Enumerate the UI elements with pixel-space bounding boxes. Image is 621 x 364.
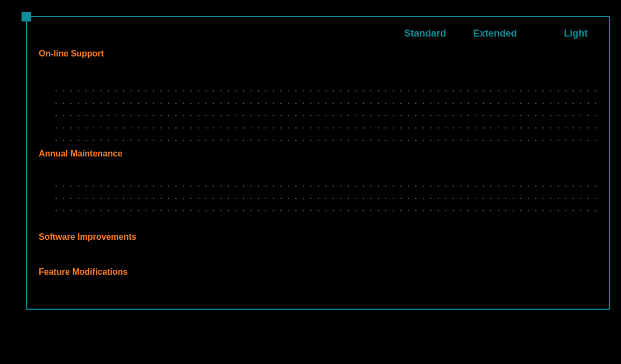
section-heading-feature-modifications: Feature Modifications (39, 267, 128, 277)
column-header-light: Light (544, 28, 608, 39)
dotted-line: ........................................… (54, 134, 598, 146)
dotted-line: ........................................… (54, 192, 598, 204)
dotted-line: ........................................… (54, 180, 598, 192)
dotted-lines-group: ........................................… (54, 180, 598, 217)
section-heading-annual-maintenance: Annual Maintenance (39, 149, 123, 159)
dotted-line: ........................................… (54, 97, 598, 109)
dotted-line: ........................................… (54, 122, 598, 134)
dotted-lines-group: ........................................… (54, 84, 598, 146)
column-header-extended: Extended (463, 28, 527, 39)
dotted-line: ........................................… (54, 84, 598, 97)
column-header-standard: Standard (393, 28, 457, 39)
section-heading-software-improvements: Software Improvements (39, 232, 136, 242)
content-frame: Standard Extended Light On-line Support … (26, 16, 610, 310)
dotted-line: ........................................… (54, 109, 598, 122)
dotted-line: ........................................… (54, 204, 598, 217)
section-heading-online-support: On-line Support (39, 49, 104, 59)
document-canvas: Standard Extended Light On-line Support … (0, 0, 621, 364)
